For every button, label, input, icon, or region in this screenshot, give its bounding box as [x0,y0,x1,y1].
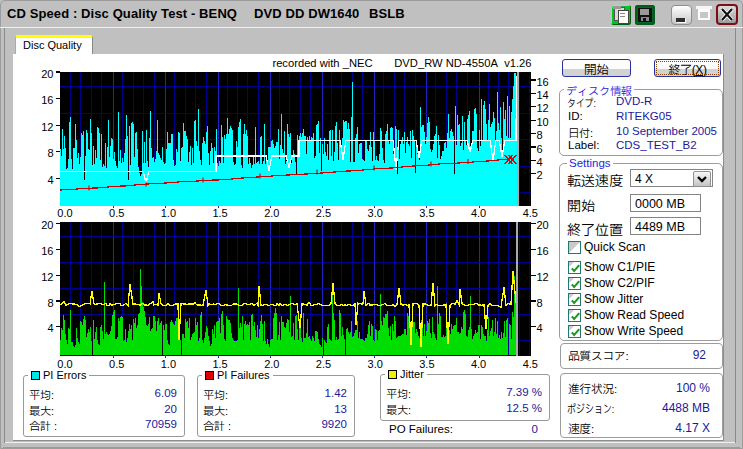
svg-text:2: 2 [537,169,543,181]
svg-text:16: 16 [41,245,53,257]
svg-text:20: 20 [41,68,53,80]
svg-text:12: 12 [41,271,53,283]
svg-text:2.5: 2.5 [316,207,331,219]
svg-text:6: 6 [537,143,543,155]
svg-text:12: 12 [537,271,549,283]
svg-text:4: 4 [537,322,543,334]
svg-text:2.5: 2.5 [316,358,331,370]
svg-text:2.0: 2.0 [264,358,279,370]
svg-text:4.0: 4.0 [471,207,486,219]
svg-text:8: 8 [537,297,543,309]
svg-text:4: 4 [47,322,53,334]
svg-text:1.5: 1.5 [212,207,227,219]
svg-text:2.0: 2.0 [264,207,279,219]
svg-text:14: 14 [537,89,549,101]
svg-text:1.0: 1.0 [161,358,176,370]
svg-text:recorded with _NEC DVD_R: recorded with _NEC DVD_RW ND-4550A v1.26 [272,57,531,69]
svg-text:16: 16 [537,76,549,88]
svg-text:16: 16 [41,94,53,106]
svg-text:0.0: 0.0 [57,358,72,370]
svg-text:3.5: 3.5 [419,207,434,219]
svg-text:0.5: 0.5 [109,358,124,370]
svg-text:8: 8 [47,297,53,309]
svg-text:4.0: 4.0 [471,358,486,370]
svg-text:16: 16 [537,245,549,257]
svg-text:1.0: 1.0 [161,207,176,219]
svg-text:1.5: 1.5 [212,358,227,370]
svg-text:3.0: 3.0 [368,207,383,219]
svg-text:4.5: 4.5 [523,207,538,219]
svg-text:4: 4 [47,174,53,186]
svg-text:12: 12 [41,121,53,133]
svg-text:20: 20 [537,219,549,231]
svg-text:12: 12 [537,102,549,114]
svg-text:8: 8 [47,147,53,159]
svg-text:0.0: 0.0 [57,207,72,219]
svg-text:3.0: 3.0 [368,358,383,370]
svg-text:4.5: 4.5 [523,358,538,370]
svg-text:4: 4 [537,156,543,168]
svg-text:0.5: 0.5 [109,207,124,219]
svg-text:20: 20 [41,219,53,231]
svg-text:10: 10 [537,116,549,128]
svg-text:8: 8 [537,129,543,141]
